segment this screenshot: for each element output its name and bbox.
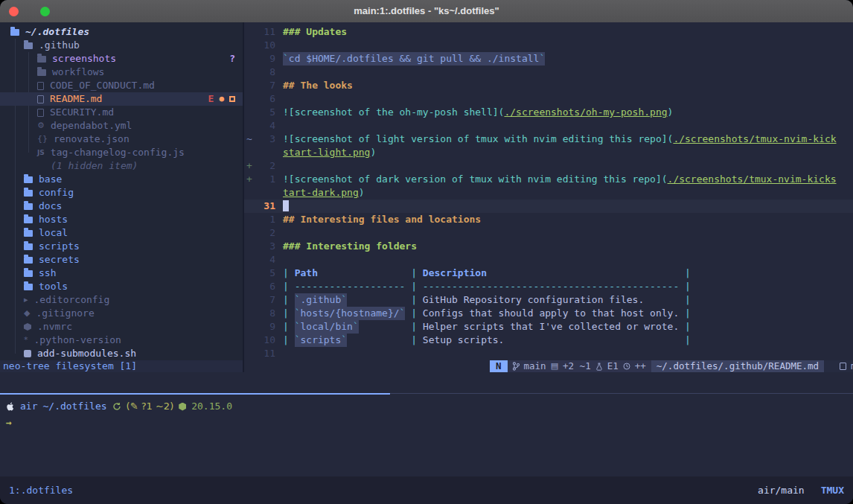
folder-icon	[24, 257, 33, 264]
editor-line[interactable]: 9`cd $HOME/.dotfiles && git pull && ./in…	[244, 52, 853, 66]
tmux-window-tab[interactable]: 1:.dotfiles	[9, 476, 73, 504]
branch-name: main	[524, 360, 546, 372]
braces-icon: {}	[37, 135, 48, 144]
tree-item-label: dependabot.yml	[51, 119, 132, 133]
tree-item-label: ~/.dotfiles	[25, 25, 89, 39]
tree-item-hosts[interactable]: hosts	[0, 213, 243, 226]
syntax-code: local/bin	[300, 320, 352, 334]
editor-line[interactable]: 4	[244, 119, 853, 133]
tree-item-security-md[interactable]: SECURITY.md	[0, 106, 243, 119]
syntax-pipe: |	[283, 320, 295, 334]
editor-line[interactable]: 8| `hosts/{hostname}/` | Configs that sh…	[244, 307, 853, 320]
syntax-plain	[504, 334, 685, 347]
line-number: 4	[255, 119, 275, 133]
folder-icon	[24, 270, 33, 277]
markdown-file-icon	[840, 363, 846, 370]
gutter-sign	[244, 307, 255, 320]
folder-icon	[24, 243, 33, 250]
line-number: 2	[255, 226, 275, 240]
editor-line[interactable]: ~3![screenshot of light version of tmux …	[244, 133, 853, 146]
line-number: 5	[255, 106, 275, 119]
tree-item-base[interactable]: base	[0, 173, 243, 186]
unstaged-badge	[229, 96, 235, 102]
editor-line[interactable]: 9| `local/bin` | Helper scripts that I'v…	[244, 320, 853, 334]
tree-item-add-submodules-sh[interactable]: add-submodules.sh	[0, 347, 243, 360]
editor-lines: 11### Updates 10 9`cd $HOME/.dotfiles &&…	[244, 25, 853, 360]
tree-item-local[interactable]: local	[0, 226, 243, 240]
editor-line[interactable]: 2	[244, 226, 853, 240]
editor-line[interactable]: +2	[244, 159, 853, 173]
tree-item-tools[interactable]: tools	[0, 280, 243, 293]
tree-item-screenshots[interactable]: screenshots?	[0, 52, 243, 66]
tree-item--gitignore[interactable]: ◆.gitignore	[0, 307, 243, 320]
editor-line[interactable]: 1## Interesting files and locations	[244, 213, 853, 226]
editor-line[interactable]: 31	[244, 200, 853, 213]
editor-line[interactable]: 5![screenshot of the oh-my-posh shell](.…	[244, 106, 853, 119]
gear-icon: ⚙	[37, 121, 45, 130]
editor-line[interactable]: start-light.png)	[244, 146, 853, 159]
editor-line[interactable]: 11	[244, 347, 853, 360]
editor-line[interactable]: 8	[244, 66, 853, 79]
gutter-sign	[244, 293, 255, 307]
folder-icon	[24, 230, 33, 237]
tree-item--github[interactable]: .github	[0, 39, 243, 52]
editor-line[interactable]: 11### Updates	[244, 25, 853, 39]
syntax-txt: GitHub Repository configuration files.	[423, 293, 644, 307]
tree-item-config[interactable]: config	[0, 186, 243, 200]
editor-line[interactable]: +1![screenshot of dark version of tmux w…	[244, 173, 853, 186]
editor-line[interactable]: 4	[244, 253, 853, 267]
editor-line[interactable]: tart-dark.png)	[244, 186, 853, 200]
editor-line[interactable]: 5| Path | Description |	[244, 267, 853, 280]
syntax-dash: -------------------	[295, 280, 406, 293]
tree-item--nvmrc[interactable]: .nvmrc	[0, 320, 243, 334]
syntax-plain	[644, 293, 685, 307]
gutter-sign: +	[244, 173, 255, 186]
tree-item-secrets[interactable]: secrets	[0, 253, 243, 267]
git-segment: main ▤ +2 ~1 E1 ++	[508, 360, 651, 372]
tree-item--dotfiles[interactable]: ~/.dotfiles	[0, 25, 243, 39]
tree-item-scripts[interactable]: scripts	[0, 240, 243, 253]
tree-item--editorconfig[interactable]: ▸.editorconfig	[0, 293, 243, 307]
tree-item-label: base	[39, 173, 62, 186]
syntax-url: ./screenshots/oh-my-posh.png	[504, 106, 667, 119]
syntax-th: Path	[295, 267, 318, 280]
folder-icon	[24, 217, 33, 223]
neo-tree-status: neo-tree filesystem [1]	[0, 360, 243, 372]
editor-line[interactable]: 10	[244, 39, 853, 52]
editor-line[interactable]: 6| ------------------- | ---------------…	[244, 280, 853, 293]
tree-item--python-version[interactable]: *.python-version	[0, 334, 243, 347]
syntax-txt: Helper scripts that I've collected or wr…	[423, 320, 679, 334]
gutter-sign	[244, 226, 255, 240]
syntax-pipe: |	[411, 320, 423, 334]
js-icon: JS	[37, 148, 45, 157]
syntax-alt: )	[370, 146, 376, 159]
tree-item-ssh[interactable]: ssh	[0, 267, 243, 280]
syntax-alt: ![screenshot of the oh-my-posh shell](	[283, 106, 504, 119]
syntax-pipe: |	[685, 280, 691, 293]
editor-line[interactable]: 10| `scripts` | Setup scripts. |	[244, 334, 853, 347]
syntax-url: ./screenshots/tmux-nvim-kicks	[668, 173, 837, 186]
tree-item-code-of-conduct-md[interactable]: CODE_OF_CONDUCT.md	[0, 79, 243, 92]
editor-line[interactable]: 7## The looks	[244, 79, 853, 92]
git-refresh-icon	[112, 402, 121, 411]
tree-item-label: config	[39, 186, 74, 200]
tree-item-renovate-json[interactable]: {}renovate.json	[0, 133, 243, 146]
editor-line[interactable]: 7| `.github` | GitHub Repository configu…	[244, 293, 853, 307]
tree-item--1-hidden-item-[interactable]: (1 hidden item)	[0, 159, 243, 173]
shell-prompt: air ~/.dotfiles (✎ ?1 ~2) 20.15.0	[6, 399, 232, 414]
syntax-pipe: |	[411, 307, 423, 320]
editor-line[interactable]: 3### Interesting folders	[244, 240, 853, 253]
tree-item-readme-md[interactable]: README.mdE●	[0, 92, 243, 106]
syntax-pipe: |	[685, 307, 691, 320]
tree-item-workflows[interactable]: workflows	[0, 66, 243, 79]
editor-buffer[interactable]: 11### Updates 10 9`cd $HOME/.dotfiles &&…	[244, 22, 853, 372]
syntax-dash: ----------------------------------------…	[423, 280, 679, 293]
tree-item-docs[interactable]: docs	[0, 200, 243, 213]
clock-icon	[623, 363, 630, 370]
gutter-sign	[244, 267, 255, 280]
tree-item-tag-changelog-config-js[interactable]: JStag-changelog-config.js	[0, 146, 243, 159]
editor-line[interactable]: 6	[244, 92, 853, 106]
line-number: 9	[255, 52, 275, 66]
shell-pane[interactable]: air ~/.dotfiles (✎ ?1 ~2) 20.15.0 →	[0, 372, 853, 476]
tree-item-dependabot-yml[interactable]: ⚙dependabot.yml	[0, 119, 243, 133]
